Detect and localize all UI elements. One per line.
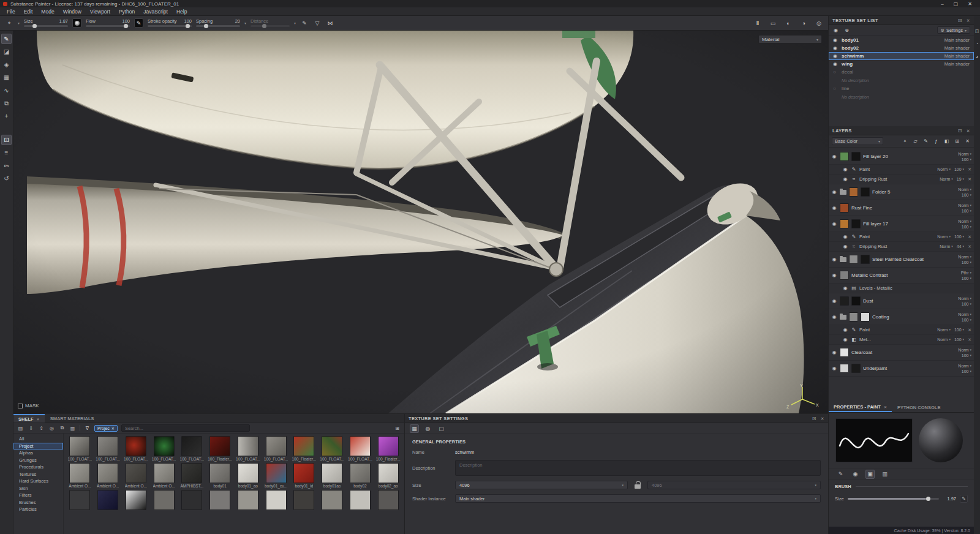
layer-visibility-icon[interactable]: [842, 234, 848, 239]
layer-opacity[interactable]: 100: [962, 318, 971, 322]
clone-tool-icon[interactable]: [1, 98, 12, 108]
stroke-preview[interactable]: [835, 418, 913, 462]
mesh-maps-icon[interactable]: [423, 424, 432, 433]
layer-opacity[interactable]: 100: [962, 353, 971, 358]
close-tab-icon[interactable]: [37, 416, 40, 422]
resource-thumbnail[interactable]: [97, 490, 118, 510]
layer-thumbnail[interactable]: [840, 364, 849, 373]
texture-set-shader[interactable]: Main shader: [944, 45, 970, 51]
name-value[interactable]: schwimm: [455, 449, 474, 455]
resource-thumbnail[interactable]: [293, 490, 314, 510]
shelf-eye-icon[interactable]: [48, 425, 55, 432]
texture-set-row[interactable]: body02 Main shader: [829, 44, 974, 52]
resource-thumbnail[interactable]: [378, 436, 399, 456]
filter-icon[interactable]: [84, 425, 91, 432]
search-input[interactable]: [121, 424, 250, 432]
shelf-resource[interactable]: 100_Floater...: [291, 436, 317, 462]
brush-size-slider[interactable]: [848, 498, 939, 500]
grid-view-icon[interactable]: [394, 425, 401, 432]
resource-thumbnail[interactable]: [209, 436, 230, 456]
layer-mask-thumbnail[interactable]: [851, 296, 861, 306]
size-dropdown[interactable]: 4096: [455, 481, 628, 489]
texture-set-row[interactable]: decal No description: [829, 68, 974, 85]
resource-thumbnail[interactable]: [181, 436, 202, 456]
polygon-fill-tool-icon[interactable]: [1, 72, 12, 83]
layer-visibility-icon[interactable]: [831, 366, 837, 371]
layer-thumbnail[interactable]: [849, 255, 858, 264]
visibility-eye-icon[interactable]: [833, 86, 839, 91]
visibility-eye-icon[interactable]: [833, 38, 839, 43]
layer-visibility-icon[interactable]: [831, 350, 837, 355]
description-field[interactable]: Description: [455, 460, 821, 476]
texture-set-row[interactable]: line No description: [829, 85, 974, 101]
layer-row[interactable]: Clearcoat Norm 100: [829, 345, 974, 361]
layer-opacity[interactable]: 100: [962, 276, 971, 280]
shelf-export-icon[interactable]: [38, 425, 45, 432]
shelf-resource[interactable]: 100_FLOAT...: [347, 436, 374, 462]
layer-visibility-icon[interactable]: [831, 257, 837, 262]
shelf-resource[interactable]: [123, 490, 149, 516]
remove-effect-button[interactable]: [968, 244, 971, 249]
shelf-category[interactable]: Procedurals: [13, 464, 63, 471]
blend-mode-dropdown[interactable]: Norm: [958, 364, 971, 368]
tab-properties-paint[interactable]: PROPERTIES - PAINT: [829, 403, 892, 412]
axis-gizmo[interactable]: Y X Z: [785, 383, 821, 411]
menu-item[interactable]: Help: [172, 8, 191, 15]
remove-filter-icon[interactable]: [111, 426, 115, 431]
flow-control[interactable]: Flow100: [86, 19, 130, 28]
camera-icon[interactable]: [815, 19, 823, 28]
layer-thumbnail[interactable]: [840, 271, 849, 280]
visibility-eye-icon[interactable]: [833, 54, 839, 59]
stencil-preview-icon[interactable]: [880, 470, 889, 479]
material-picker-tool-icon[interactable]: [1, 111, 12, 121]
layer-opacity[interactable]: 100: [962, 225, 971, 229]
blend-mode-dropdown[interactable]: Norm: [958, 187, 971, 192]
layer-visibility-icon[interactable]: [831, 154, 837, 159]
eraser-tool-icon[interactable]: [1, 47, 12, 57]
resource-thumbnail[interactable]: [350, 463, 371, 483]
stamp-icon[interactable]: [912, 138, 919, 145]
layer-row[interactable]: Paint Norm 100: [829, 165, 974, 175]
resource-thumbnail[interactable]: [266, 490, 287, 510]
shelf-resource[interactable]: 100_FLOAT...: [151, 436, 177, 462]
brush-size-value[interactable]: 1.97: [943, 496, 956, 502]
display-settings-icon[interactable]: [1, 135, 12, 145]
shelf-category[interactable]: Particles: [13, 506, 63, 513]
resource-thumbnail[interactable]: [126, 463, 146, 483]
shelf-resource[interactable]: [347, 490, 374, 516]
uv-icon[interactable]: [437, 424, 446, 433]
layer-opacity[interactable]: 100: [962, 260, 971, 265]
texture-set-shader[interactable]: Main shader: [944, 37, 970, 43]
texture-set-row[interactable]: schwimm Main shader: [829, 52, 974, 60]
paint-brush-tool-icon[interactable]: [1, 34, 12, 44]
shelf-columns-icon[interactable]: [69, 425, 76, 432]
shelf-resource[interactable]: body01ao: [319, 463, 345, 489]
size-slider[interactable]: [24, 25, 68, 27]
layer-opacity[interactable]: 19: [957, 177, 964, 181]
shelf-category[interactable]: Skin: [13, 485, 63, 492]
layer-row[interactable]: Fill layer 17 Norm 100: [829, 216, 974, 232]
resource-thumbnail[interactable]: [322, 463, 342, 483]
environment-sphere-icon[interactable]: [799, 19, 808, 28]
layer-thumbnail[interactable]: [840, 203, 849, 212]
maximize-button[interactable]: ▢: [954, 1, 959, 7]
shelf-resource[interactable]: 100_FLOAT...: [179, 436, 205, 462]
resource-thumbnail[interactable]: [181, 463, 202, 483]
blend-mode-dropdown[interactable]: Norm: [940, 244, 953, 249]
texture-set-row[interactable]: body01 Main shader: [829, 36, 974, 44]
remove-effect-button[interactable]: [968, 177, 971, 182]
pin-icon[interactable]: [902, 138, 908, 145]
shelf-resource[interactable]: Ambient O...: [151, 463, 177, 489]
panel-toggle-icon[interactable]: [974, 28, 980, 34]
shelf-resource[interactable]: body01_cu...: [263, 463, 289, 489]
menu-item[interactable]: Viewport: [86, 8, 115, 15]
shelf-resource[interactable]: [95, 490, 121, 516]
material-ball-icon[interactable]: [974, 41, 980, 47]
transform-caret-icon[interactable]: [18, 21, 20, 25]
layer-opacity[interactable]: 100: [962, 302, 971, 306]
shelf-resource[interactable]: Ambient O...: [67, 463, 93, 489]
layer-opacity[interactable]: 100: [962, 209, 971, 213]
menu-item[interactable]: JavaScript: [139, 8, 172, 15]
pause-icon[interactable]: [753, 19, 762, 28]
layer-opacity[interactable]: 100: [954, 235, 964, 239]
